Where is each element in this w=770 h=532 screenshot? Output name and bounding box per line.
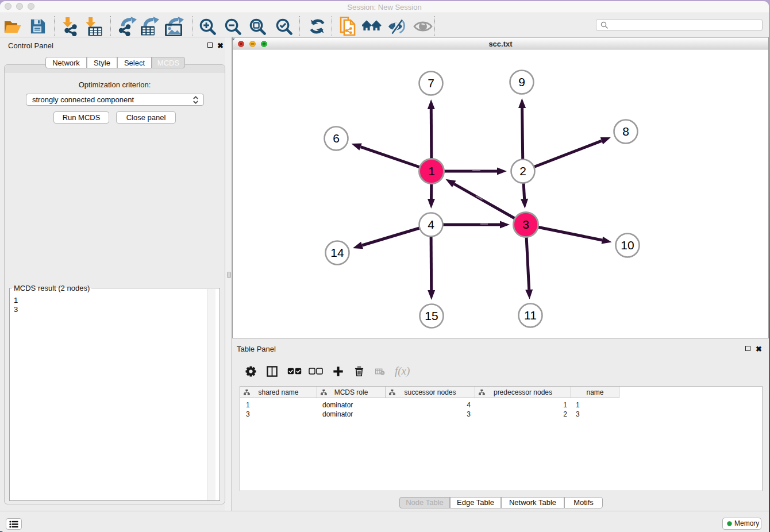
svg-text:1: 1: [428, 164, 435, 178]
svg-text:14: 14: [330, 246, 344, 259]
svg-text:15: 15: [425, 309, 438, 322]
svg-text:10: 10: [621, 238, 634, 252]
svg-text:2: 2: [519, 164, 526, 178]
svg-text:4: 4: [428, 218, 434, 231]
svg-text:3: 3: [522, 218, 529, 231]
svg-text:7: 7: [428, 76, 434, 90]
svg-text:8: 8: [622, 125, 629, 138]
svg-text:11: 11: [524, 309, 537, 322]
svg-text:9: 9: [518, 75, 525, 88]
svg-text:6: 6: [333, 132, 340, 145]
